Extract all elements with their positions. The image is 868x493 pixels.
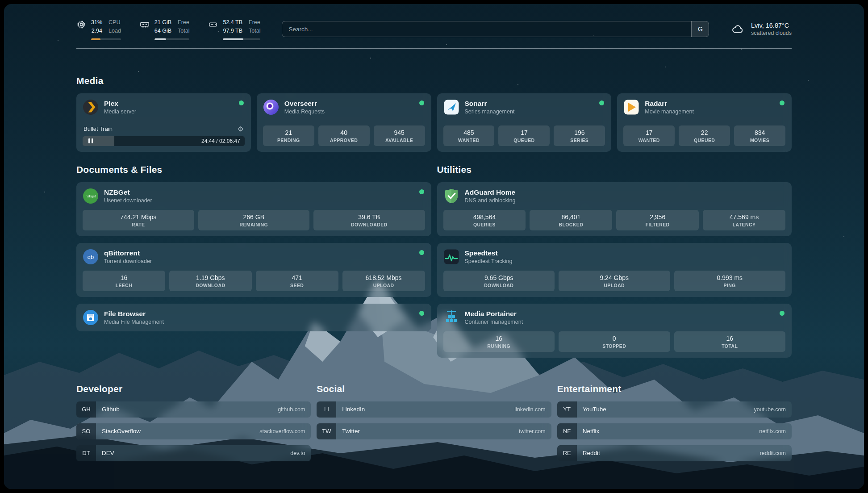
cpu-icon — [76, 20, 86, 29]
service-stats: 16RUNNING0STOPPED16TOTAL — [443, 331, 786, 352]
service-subtitle: Speedtest Tracking — [465, 258, 513, 264]
radarr-icon — [623, 99, 639, 115]
service-card-portainer[interactable]: Media PortainerContainer management16RUN… — [437, 304, 792, 358]
stat-wanted: 17WANTED — [623, 125, 675, 146]
stat-queries: 498,564QUERIES — [443, 210, 526, 230]
bookmark-label: Twitter — [342, 428, 360, 435]
service-card-qbittorrent[interactable]: qbqBittorrentTorrent downloader16LEECH1.… — [76, 243, 431, 297]
plex-icon — [83, 99, 99, 115]
stat-value: 485 — [445, 129, 493, 136]
disk-icon — [208, 20, 218, 29]
stat-value: 266 GB — [200, 213, 308, 221]
service-card-header: SpeedtestSpeedtest Tracking — [443, 249, 786, 265]
bookmark-stackoverflow[interactable]: SOStackOverflowstackoverflow.com — [76, 423, 311, 439]
bookmark-twitter[interactable]: TWTwittertwitter.com — [317, 423, 551, 439]
bookmark-label: YouTube — [583, 406, 606, 413]
service-card-plex[interactable]: PlexMedia serverBullet Train⚙24:44 / 02:… — [76, 93, 251, 152]
stat-label: FILTERED — [618, 222, 697, 227]
service-card-adguard[interactable]: AdGuard HomeDNS and adblocking498,564QUE… — [437, 182, 792, 236]
service-title: Speedtest — [465, 249, 513, 257]
bookmark-url: linkedin.com — [514, 406, 545, 413]
service-title: Overseerr — [284, 100, 325, 108]
stat-label: RATE — [84, 222, 192, 227]
stat-label: RUNNING — [445, 343, 553, 349]
stat-value: 0 — [560, 335, 668, 342]
service-card-speedtest[interactable]: SpeedtestSpeedtest Tracking9.65 GbpsDOWN… — [437, 243, 792, 297]
bookmark-url: twitter.com — [519, 428, 546, 435]
bookmark-github[interactable]: GHGithubgithub.com — [76, 401, 311, 418]
memory-label-1: Free — [178, 18, 189, 27]
bookmark-abbr: NF — [557, 423, 577, 439]
bookmark-netflix[interactable]: NFNetflixnetflix.com — [557, 423, 792, 439]
stars-decoration — [4, 4, 5, 5]
svg-text:nzbget: nzbget — [86, 194, 96, 198]
stat-approved: 40APPROVED — [318, 125, 370, 146]
stat-label: QUEUED — [680, 138, 728, 143]
service-card-sonarr[interactable]: SonarrSeries management485WANTED17QUEUED… — [437, 93, 612, 152]
service-card-header: qbqBittorrentTorrent downloader — [83, 249, 425, 265]
topbar: 31% 2.94 CPU Load — [76, 18, 792, 40]
service-stats: 485WANTED17QUEUED196SERIES — [443, 125, 605, 146]
stat-movies: 834MOVIES — [734, 125, 785, 146]
service-card-filebrowser[interactable]: File BrowserMedia File Management — [76, 304, 431, 331]
status-dot — [419, 311, 424, 316]
search-input[interactable] — [282, 21, 709, 37]
service-stats: 9.65 GbpsDOWNLOAD9.24 GbpsUPLOAD0.993 ms… — [443, 271, 786, 291]
service-card-radarr[interactable]: RadarrMovie management17WANTED22QUEUED83… — [617, 93, 792, 152]
service-card-header: nzbgetNZBGetUsenet downloader — [83, 188, 425, 204]
stat-available: 945AVAILABLE — [374, 125, 425, 146]
service-stats: 21PENDING40APPROVED945AVAILABLE — [263, 125, 425, 146]
stat-value: 834 — [736, 129, 784, 136]
stat-label: WANTED — [625, 138, 673, 143]
bookmark-abbr: YT — [557, 401, 577, 418]
section-title-documents-files: Documents & Files — [76, 164, 431, 175]
stat-label: SEED — [258, 283, 337, 288]
weather-condition: scattered clouds — [751, 30, 792, 36]
service-title: Sonarr — [465, 100, 515, 108]
service-card-header: PlexMedia server — [83, 99, 245, 115]
weather-widget: Lviv, 16.87°C scattered clouds — [730, 22, 792, 36]
status-dot — [419, 250, 424, 255]
topbar-divider — [76, 48, 792, 49]
bookmark-url: dev.to — [290, 450, 305, 456]
bookmark-dev[interactable]: DTDEVdev.to — [76, 445, 311, 461]
stat-label: MOVIES — [736, 138, 784, 143]
adguard-icon — [443, 188, 459, 204]
stat-upload: 9.24 GbpsUPLOAD — [559, 271, 670, 291]
stat-value: 40 — [320, 129, 368, 136]
service-title: File Browser — [104, 310, 164, 318]
bookmark-abbr: RE — [557, 445, 577, 461]
stat-label: LEECH — [84, 283, 163, 288]
stat-value: 16 — [445, 335, 553, 342]
bookmark-group-social: SocialLILinkedInlinkedin.comTWTwittertwi… — [317, 384, 551, 461]
bookmark-label: LinkedIn — [342, 406, 365, 413]
stat-label: PENDING — [265, 138, 313, 143]
service-subtitle: Media server — [104, 109, 136, 115]
stat-queued: 17QUEUED — [498, 125, 550, 146]
service-title: NZBGet — [104, 188, 152, 196]
section-utilities: Utilities AdGuard HomeDNS and adblocking… — [437, 164, 792, 358]
stat-value: 47.569 ms — [705, 213, 784, 221]
search-bar: G — [282, 21, 709, 37]
bookmark-label: DEV — [102, 450, 114, 456]
service-title: Plex — [104, 100, 136, 108]
service-stats: 17WANTED22QUEUED834MOVIES — [623, 125, 785, 146]
bookmark-list: YTYouTubeyoutube.comNFNetflixnetflix.com… — [557, 401, 792, 461]
stat-ping: 0.993 msPING — [674, 271, 786, 291]
service-card-nzbget[interactable]: nzbgetNZBGetUsenet downloader744.21 Mbps… — [76, 182, 431, 236]
stat-rate: 744.21 MbpsRATE — [83, 210, 194, 230]
service-card-overseerr[interactable]: OverseerrMedia Requests21PENDING40APPROV… — [257, 93, 431, 152]
weather-location-temp: Lviv, 16.87°C — [751, 22, 792, 29]
status-dot — [419, 100, 424, 105]
playback-progress-bar[interactable]: 24:44 / 02:06:47 — [83, 136, 245, 146]
stat-value: 39.6 TB — [315, 213, 423, 221]
search-provider-button[interactable]: G — [691, 21, 709, 37]
bookmark-youtube[interactable]: YTYouTubeyoutube.com — [557, 401, 792, 418]
bookmark-linkedin[interactable]: LILinkedInlinkedin.com — [317, 401, 551, 418]
stat-value: 618.52 Mbps — [344, 274, 423, 281]
stat-value: 17 — [625, 129, 673, 136]
pause-icon[interactable] — [85, 138, 96, 144]
bookmark-reddit[interactable]: RERedditreddit.com — [557, 445, 792, 461]
settings-icon[interactable]: ⚙ — [238, 125, 243, 132]
stat-running: 16RUNNING — [443, 331, 555, 352]
